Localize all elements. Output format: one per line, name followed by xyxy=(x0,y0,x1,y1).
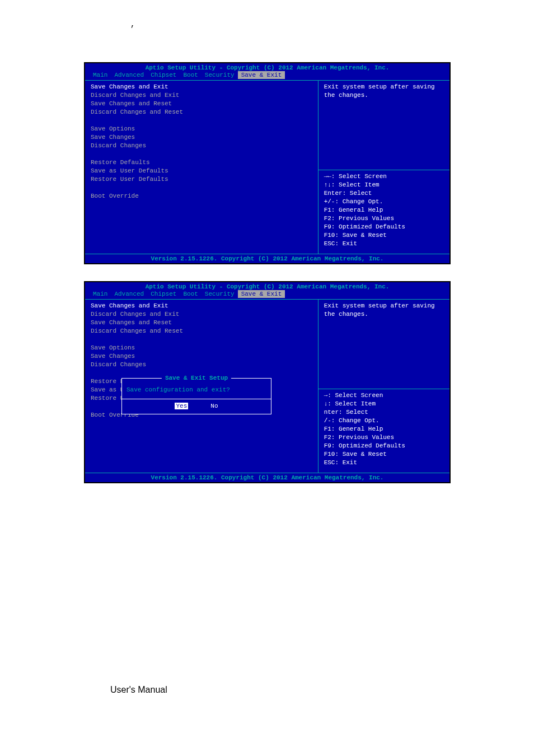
option-discard-changes[interactable]: Discard Changes xyxy=(91,361,312,369)
bios-footer: Version 2.15.1226. Copyright (C) 2012 Am… xyxy=(85,254,449,263)
option-save-changes-and-reset[interactable]: Save Changes and Reset xyxy=(91,319,312,327)
option-discard-changes-and-exit[interactable]: Discard Changes and Exit xyxy=(91,310,312,319)
help-key-hint: F2: Previous Values xyxy=(324,433,444,442)
help-description: Exit system setup after saving xyxy=(324,302,444,310)
menu-tab-save-exit[interactable]: Save & Exit xyxy=(238,290,285,298)
help-panel: Exit system setup after savingthe change… xyxy=(318,80,449,254)
help-key-hint: F2: Previous Values xyxy=(324,214,444,223)
help-key-hint: nter: Select xyxy=(324,408,444,417)
menu-tab-chipset[interactable]: Chipset xyxy=(147,290,180,298)
help-key-hint: ESC: Exit xyxy=(324,459,444,467)
help-key-hint: ↑↓: Select Item xyxy=(324,181,444,189)
option-discard-changes-and-exit[interactable]: Discard Changes and Exit xyxy=(91,91,312,100)
option-save-changes-and-exit[interactable]: Save Changes and Exit xyxy=(91,83,312,91)
dialog-no-button[interactable]: No xyxy=(210,403,218,409)
options-panel: Save Changes and ExitDiscard Changes and… xyxy=(85,80,318,254)
menu-tab-advanced[interactable]: Advanced xyxy=(111,71,147,79)
help-key-hint: F10: Save & Reset xyxy=(324,231,444,240)
bios-footer: Version 2.15.1226. Copyright (C) 2012 Am… xyxy=(85,473,449,482)
menu-tab-main[interactable]: Main xyxy=(90,71,111,79)
menu-tab-main[interactable]: Main xyxy=(90,290,111,298)
bios-screen-2: Aptio Setup Utility - Copyright (C) 2012… xyxy=(84,281,451,483)
menu-bar: MainAdvancedChipsetBootSecuritySave & Ex… xyxy=(85,290,449,299)
help-key-hint: Enter: Select xyxy=(324,189,444,198)
help-description: the changes. xyxy=(324,91,444,100)
help-key-hint: /-: Change Opt. xyxy=(324,417,444,425)
help-description: the changes. xyxy=(324,310,444,319)
help-key-hint: F9: Optimized Defaults xyxy=(324,223,444,231)
option-save-changes[interactable]: Save Changes xyxy=(91,352,312,361)
help-key-hint: ESC: Exit xyxy=(324,240,444,248)
option-discard-changes-and-reset[interactable]: Discard Changes and Reset xyxy=(91,327,312,335)
option-restore-defaults[interactable]: Restore Defaults xyxy=(91,158,312,167)
help-key-hint: ↓: Select Item xyxy=(324,400,444,408)
option-save-changes-and-exit[interactable]: Save Changes and Exit xyxy=(91,302,312,310)
menu-tab-boot[interactable]: Boot xyxy=(180,290,201,298)
option-save-changes[interactable]: Save Changes xyxy=(91,133,312,142)
option-save-options[interactable]: Save Options xyxy=(91,125,312,133)
help-description: Exit system setup after saving xyxy=(324,83,444,91)
menu-tab-chipset[interactable]: Chipset xyxy=(147,71,180,79)
help-key-hint: F10: Save & Reset xyxy=(324,450,444,459)
option-save-as-user-defaults[interactable]: Save as User Defaults xyxy=(91,167,312,175)
menu-bar: MainAdvancedChipsetBootSecuritySave & Ex… xyxy=(85,71,449,80)
dialog-text: Save configuration and exit? xyxy=(127,384,266,399)
help-key-hint: +/-: Change Opt. xyxy=(324,198,444,206)
option-discard-changes-and-reset[interactable]: Discard Changes and Reset xyxy=(91,108,312,116)
save-exit-dialog: Save & Exit Setup Save configuration and… xyxy=(121,378,271,414)
dialog-title: Save & Exit Setup xyxy=(162,375,231,381)
menu-tab-advanced[interactable]: Advanced xyxy=(111,290,147,298)
option-boot-override[interactable]: Boot Override xyxy=(91,192,312,200)
option-restore-user-defaults[interactable]: Restore User Defaults xyxy=(91,175,312,184)
bios-screen-1: Aptio Setup Utility - Copyright (C) 2012… xyxy=(84,62,451,264)
menu-tab-save-exit[interactable]: Save & Exit xyxy=(238,71,285,79)
option-save-changes-and-reset[interactable]: Save Changes and Reset xyxy=(91,100,312,108)
bios-title: Aptio Setup Utility - Copyright (C) 2012… xyxy=(85,282,449,290)
bios-title: Aptio Setup Utility - Copyright (C) 2012… xyxy=(85,63,449,71)
dialog-yes-button[interactable]: Yes xyxy=(175,403,188,409)
stray-comma: , xyxy=(0,0,534,29)
option-save-options[interactable]: Save Options xyxy=(91,344,312,352)
menu-tab-security[interactable]: Security xyxy=(202,71,238,79)
help-key-hint: →←: Select Screen xyxy=(324,172,444,181)
option-discard-changes[interactable]: Discard Changes xyxy=(91,142,312,150)
page-content: Aptio Setup Utility - Copyright (C) 2012… xyxy=(0,29,534,522)
help-panel: Exit system setup after savingthe change… xyxy=(318,299,449,473)
help-key-hint: F1: General Help xyxy=(324,206,444,214)
options-panel: Save Changes and ExitDiscard Changes and… xyxy=(85,299,318,473)
help-key-hint: F1: General Help xyxy=(324,425,444,433)
menu-tab-security[interactable]: Security xyxy=(202,290,238,298)
help-key-hint: →: Select Screen xyxy=(324,391,444,400)
help-key-hint: F9: Optimized Defaults xyxy=(324,442,444,450)
menu-tab-boot[interactable]: Boot xyxy=(180,71,201,79)
user-manual-label: User's Manual xyxy=(0,522,534,717)
